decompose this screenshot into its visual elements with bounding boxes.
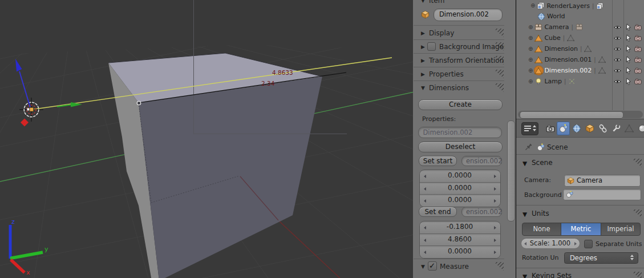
- units-metric-button[interactable]: Metric: [561, 223, 601, 236]
- rotation-units-dropdown[interactable]: Degrees: [564, 252, 638, 264]
- deselect-button[interactable]: Deselect: [418, 142, 503, 152]
- panel-resize-grip[interactable]: [632, 159, 642, 167]
- end-y-field[interactable]: 4.8600: [420, 235, 500, 247]
- expand-plus-icon[interactable]: ⊕: [528, 68, 533, 74]
- expand-plus-icon[interactable]: ⊕: [528, 46, 533, 52]
- camera-label: Camera:: [524, 176, 551, 184]
- outliner-row-dimension[interactable]: ⊕ Dimension |: [528, 44, 592, 54]
- selectability-cursor-icon[interactable]: [625, 78, 632, 85]
- camera-selector-field[interactable]: Camera: [564, 175, 641, 187]
- outliner-row-dimension-001[interactable]: ⊕ Dimension.001 |: [528, 55, 606, 65]
- selectability-cursor-icon[interactable]: [625, 45, 632, 53]
- visibility-eye-icon[interactable]: [614, 56, 621, 63]
- tab-scene[interactable]: [557, 122, 570, 135]
- tab-object-data[interactable]: [622, 122, 635, 135]
- outliner-row-cube[interactable]: ⊕ Cube |: [528, 33, 574, 43]
- mesh-data-icon: [598, 67, 606, 74]
- outliner-row-dimension-002[interactable]: ⊕ Dimension.002 |: [528, 66, 606, 76]
- selectability-cursor-icon[interactable]: [625, 56, 632, 63]
- mesh-data-icon: [598, 56, 606, 63]
- breadcrumb-scene-label[interactable]: Scene: [547, 143, 568, 151]
- tool-shelf-scrollbar[interactable]: [507, 120, 515, 221]
- visibility-eye-icon[interactable]: [614, 34, 621, 42]
- panel-header-item[interactable]: ▼ Item: [417, 0, 505, 6]
- expand-arrow-icon: ▼: [421, 0, 425, 3]
- tab-render[interactable]: [544, 122, 557, 135]
- background-selector-field[interactable]: [563, 189, 641, 200]
- visibility-eye-icon[interactable]: [614, 45, 621, 53]
- tab-object[interactable]: [583, 122, 596, 135]
- panel-header-background-images[interactable]: ▶ Background Images: [417, 41, 505, 53]
- end-z-field[interactable]: 0.0000: [420, 247, 500, 258]
- dimension-name-field[interactable]: Dimension.002: [418, 127, 502, 138]
- viewport-3d[interactable]: 4.8633 2.34 z y x: [0, 0, 417, 278]
- renderability-camera-icon[interactable]: [634, 23, 642, 31]
- manipulator-gizmo[interactable]: [15, 59, 82, 127]
- panel-resize-grip[interactable]: [494, 70, 504, 78]
- panel-resize-grip[interactable]: [494, 83, 504, 92]
- panel-header-dimensions[interactable]: ▼ Dimensions: [417, 82, 505, 94]
- cube-object[interactable]: [108, 53, 322, 278]
- set-end-button[interactable]: Set end: [419, 207, 457, 217]
- expand-plus-icon[interactable]: ⊕: [528, 79, 533, 84]
- expand-plus-icon[interactable]: ⊕: [528, 57, 533, 63]
- panel-resize-grip[interactable]: [632, 272, 642, 278]
- set-start-target-field[interactable]: ension.002: [461, 156, 502, 166]
- selectability-cursor-icon[interactable]: [625, 23, 632, 31]
- start-z-field[interactable]: 0.0000: [420, 196, 500, 207]
- mesh-icon: [534, 45, 542, 53]
- editor-type-button[interactable]: [521, 122, 538, 135]
- tab-constraints[interactable]: [596, 122, 609, 135]
- renderability-camera-icon[interactable]: [634, 67, 642, 74]
- scale-field[interactable]: Scale: 1.000: [521, 238, 580, 249]
- expand-plus-icon[interactable]: ⊕: [528, 25, 533, 30]
- measure-checkbox[interactable]: ✓: [428, 261, 437, 271]
- selectability-cursor-icon[interactable]: [625, 67, 632, 74]
- visibility-eye-icon[interactable]: [614, 78, 621, 85]
- selectability-cursor-icon[interactable]: [625, 34, 632, 42]
- renderability-camera-icon[interactable]: [634, 45, 642, 53]
- panel-header-units[interactable]: ▼ Units: [516, 208, 644, 220]
- end-x-field[interactable]: -0.1800: [420, 223, 500, 234]
- panel-header-properties[interactable]: ▶ Properties: [417, 69, 505, 80]
- separate-units-checkbox[interactable]: [584, 240, 593, 248]
- units-imperial-button[interactable]: Imperial: [601, 223, 641, 236]
- panel-header-transform-orientations[interactable]: ▶ Transform Orientations: [417, 55, 505, 66]
- tab-modifiers[interactable]: [609, 122, 622, 135]
- vertex-marker[interactable]: [137, 101, 140, 104]
- pin-icon[interactable]: [524, 143, 533, 152]
- manipulator-x-arrow[interactable]: [21, 119, 29, 127]
- panel-header-measure[interactable]: ▼ ✓ Measure: [417, 261, 505, 272]
- item-name-field[interactable]: Dimension.002: [434, 9, 503, 21]
- create-button[interactable]: Create: [418, 99, 503, 110]
- panel-header-display[interactable]: ▶ Display: [417, 27, 505, 39]
- tab-world[interactable]: [570, 122, 583, 135]
- outliner-row-world[interactable]: World: [537, 11, 565, 22]
- background-images-checkbox[interactable]: [427, 42, 436, 51]
- visibility-eye-icon[interactable]: [614, 23, 621, 31]
- renderability-camera-icon[interactable]: [634, 78, 642, 85]
- panel-header-scene[interactable]: ▼ Scene: [516, 158, 644, 169]
- expand-plus-icon[interactable]: ⊕: [528, 35, 533, 41]
- set-start-button[interactable]: Set start: [419, 156, 457, 167]
- outliner-scrollbar[interactable]: [520, 111, 623, 119]
- outliner-row-camera[interactable]: ⊕ Camera |: [528, 22, 583, 33]
- outliner-row-lamp[interactable]: ⊕ Lamp |: [528, 76, 576, 87]
- panel-resize-grip[interactable]: [632, 209, 642, 218]
- renderability-camera-icon[interactable]: [634, 56, 642, 63]
- start-y-field[interactable]: 0.0000: [420, 184, 500, 195]
- manipulator-z-arrow[interactable]: [15, 59, 22, 72]
- expand-plus-icon[interactable]: ⊕: [530, 3, 535, 9]
- svg-text:x: x: [26, 269, 30, 276]
- scene-icon: [566, 191, 573, 198]
- outliner-row-renderlayers[interactable]: ⊕ RenderLayers |: [530, 1, 604, 11]
- tab-material[interactable]: [635, 122, 644, 135]
- start-x-field[interactable]: 0.0000: [420, 171, 500, 183]
- units-none-button[interactable]: None: [522, 223, 561, 236]
- panel-resize-grip[interactable]: [494, 262, 504, 271]
- panel-header-keying-sets[interactable]: ▼ Keying Sets: [516, 271, 644, 278]
- visibility-eye-icon[interactable]: [614, 67, 621, 74]
- set-end-target-field[interactable]: ension.002: [461, 207, 502, 217]
- panel-resize-grip[interactable]: [494, 29, 504, 37]
- renderability-camera-icon[interactable]: [634, 34, 642, 42]
